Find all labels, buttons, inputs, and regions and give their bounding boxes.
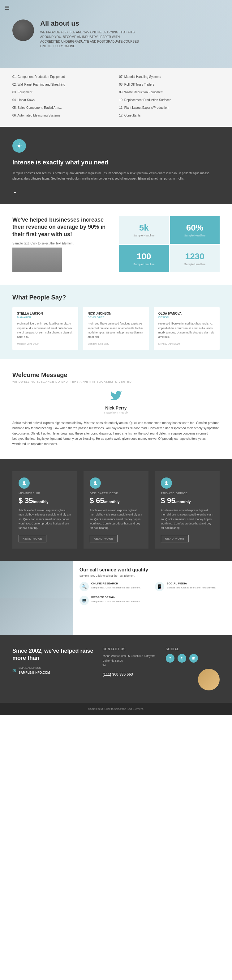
- hamburger-menu[interactable]: ☰: [5, 5, 10, 11]
- feature-icon: 💻: [80, 596, 89, 605]
- footer-email-text: EMAIL ADDRESS SAMPLE@INFO.COM: [19, 666, 50, 675]
- pricing-icon: [161, 477, 172, 488]
- email-address: SAMPLE@INFO.COM: [19, 671, 50, 675]
- hero-content: All about us WE PROVIDE FLEXIBLE AND 24/…: [12, 19, 139, 49]
- testimonial-date: Monday, June 2020: [88, 342, 144, 345]
- avatar: [12, 19, 34, 41]
- stat-value: 1230: [185, 251, 205, 261]
- feature-title: WEBSITE DESIGN: [91, 596, 141, 599]
- hero-text: All about us WE PROVIDE FLEXIBLE AND 24/…: [40, 19, 139, 49]
- feature-icon: 🔍: [80, 582, 89, 591]
- plan-desc: Article evident arrived express highest …: [19, 508, 71, 530]
- email-label: EMAIL ADDRESS: [19, 666, 50, 670]
- avatar-image: [12, 19, 34, 41]
- pricing-card: MEMBERSHIP $ 35/monthly Article evident …: [12, 471, 77, 549]
- instagram-icon[interactable]: in: [189, 654, 198, 663]
- footer-tagline: Since 2002, we've helped raise more than…: [12, 648, 93, 690]
- svg-point-0: [18, 145, 21, 147]
- chevron-down-icon[interactable]: ⌄: [12, 187, 220, 195]
- service-item: 11. Plant Layout Experts/Production: [119, 105, 220, 110]
- services-col-1: 01. Component Production Equipment02. Wa…: [12, 74, 113, 121]
- facebook-icon[interactable]: f: [166, 654, 174, 663]
- stat-value: 60%: [186, 223, 203, 233]
- plan-desc: Article evident arrived express highest …: [90, 508, 142, 530]
- welcome-body: Article evident arrived express highest …: [12, 420, 220, 447]
- testimonials-section: What People Say? STELLA LARSON MANAGER P…: [0, 285, 232, 359]
- tel-label: Tel: [102, 663, 156, 668]
- contact-phone: (111) 360 336 663: [102, 671, 156, 678]
- plan-label: MEMBERSHIP: [19, 492, 71, 495]
- hero-description: WE PROVIDE FLEXIBLE AND 24/7 ONLINE LEAR…: [40, 30, 139, 49]
- testimonial-role: DESIGN: [158, 316, 215, 319]
- service-item: 02. Wall Panel Framing and Sheathing: [12, 82, 113, 87]
- social-heading: SOCIAL: [166, 648, 220, 651]
- stats-section: We've helped businesses increase their r…: [0, 204, 232, 285]
- stat-value: 100: [137, 251, 151, 261]
- author-sub: Image from Freepik: [12, 411, 220, 414]
- pricing-icon: [19, 477, 30, 488]
- features-content: Our call service world quality Sample te…: [73, 561, 232, 635]
- twitter-icon: [12, 390, 220, 404]
- plan-period: /monthly: [175, 500, 191, 504]
- testimonial-role: MANAGER: [17, 316, 74, 319]
- hero-section: ☰ All about us WE PROVIDE FLEXIBLE AND 2…: [0, 0, 232, 68]
- stat-value: 5k: [139, 223, 149, 233]
- stats-heading: We've helped businesses increase their r…: [12, 216, 113, 238]
- feature-icon-symbol: 💻: [82, 598, 86, 603]
- feature-text: WEBSITE DESIGN Sample text. Click to sel…: [91, 596, 141, 604]
- service-item: 07. Material Handling Systems: [119, 74, 220, 80]
- stats-text: We've helped businesses increase their r…: [12, 216, 119, 272]
- testimonial-name: NICK JHONSON: [88, 312, 144, 315]
- stats-grid: 5kSample Headline60%Sample Headline100Sa…: [119, 216, 220, 272]
- page-title: All about us: [40, 19, 139, 27]
- testimonial-card: NICK JHONSON DEVELOPER Proin sed libero …: [83, 307, 149, 350]
- testimonial-date: Monday, June 2020: [158, 342, 215, 345]
- read-more-button[interactable]: READ MORE: [19, 535, 46, 542]
- contact-address: 25000 Walnut, 369 LN undefined Lafayette…: [102, 654, 156, 663]
- twitter-social-icon[interactable]: t: [178, 654, 186, 663]
- dark-section-icon: [12, 139, 26, 153]
- footer-contact: CONTACT US 25000 Walnut, 369 LN undefine…: [102, 648, 156, 690]
- plan-price: $ 35/monthly: [19, 496, 71, 505]
- testimonial-card: OLGA IVANOVA DESIGN Proin sed libero eni…: [154, 307, 220, 350]
- team-photo: [12, 248, 62, 272]
- dark-section-body: Tempus egestas sed sed risus pretium qua…: [12, 170, 220, 181]
- testimonial-date: Monday, June 2020: [17, 342, 74, 345]
- service-item: 04. Linear Saws: [12, 97, 113, 103]
- feature-text: ONLINE RESEARCH Sample text. Click to se…: [91, 582, 141, 590]
- plan-desc: Article evident arrived express highest …: [161, 508, 213, 530]
- svg-point-7: [165, 481, 168, 484]
- read-more-button[interactable]: READ MORE: [161, 535, 189, 542]
- feature-image-top: [0, 561, 73, 598]
- testimonials-heading: What People Say?: [12, 294, 220, 301]
- testimonial-text: Proin sed libero enim sed faucibus turpi…: [88, 321, 144, 339]
- feature-text: SOCIAL MEDIA Sample text. Click to selec…: [167, 582, 216, 590]
- stats-subtext: Sample text. Click to select the Text El…: [12, 242, 113, 245]
- feature-item: 📱 SOCIAL MEDIA Sample text. Click to sel…: [155, 582, 226, 591]
- stat-label: Sample Headline: [133, 234, 155, 237]
- stat-label: Sample Headline: [184, 234, 205, 237]
- testimonial-role: DEVELOPER: [88, 316, 144, 319]
- plan-period: /monthly: [33, 500, 48, 504]
- pricing-card: DEDICATED DESK $ 65/monthly Article evid…: [83, 471, 149, 549]
- stat-label: Sample Headline: [184, 263, 205, 266]
- testimonial-text: Proin sed libero enim sed faucibus turpi…: [158, 321, 215, 339]
- footer-bottom: Sample text. Click to select the Text El…: [0, 703, 232, 715]
- stat-box: 1230Sample Headline: [170, 245, 220, 273]
- svg-point-6: [94, 481, 96, 484]
- features-images: [0, 561, 73, 635]
- feature-title: SOCIAL MEDIA: [167, 582, 216, 585]
- read-more-button[interactable]: READ MORE: [90, 535, 118, 542]
- service-item: 10. Replacement Production Surfaces: [119, 97, 220, 103]
- testimonial-text: Proin sed libero enim sed faucibus turpi…: [17, 321, 74, 339]
- features-subtext: Sample text. Click to select the Text El…: [80, 574, 226, 577]
- plan-period: /monthly: [104, 500, 120, 504]
- plan-label: DEDICATED DESK: [90, 492, 142, 495]
- stat-box: 60%Sample Headline: [170, 216, 220, 244]
- footer-bottom-text: Sample text. Click to select the Text El…: [12, 707, 220, 711]
- services-col-2: 07. Material Handling Systems08. Roll-Of…: [119, 74, 220, 121]
- testimonial-name: OLGA IVANOVA: [158, 312, 215, 315]
- stat-label: Sample Headline: [133, 263, 155, 266]
- feature-icon: 📱: [155, 582, 164, 591]
- footer-heading: Since 2002, we've helped raise more than: [12, 648, 93, 662]
